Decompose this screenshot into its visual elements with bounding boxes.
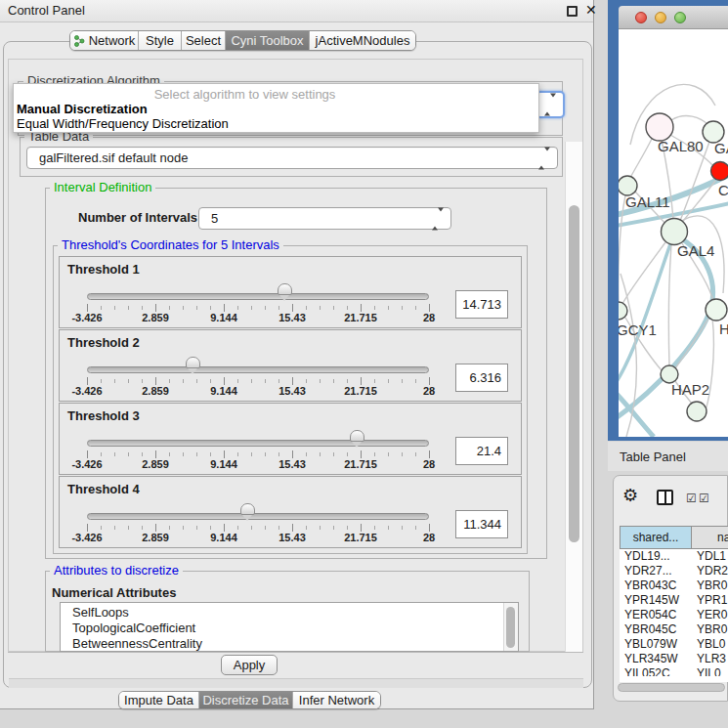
table-row[interactable]: YIL052CYIL0 bbox=[620, 666, 728, 676]
node-unlabeled[interactable] bbox=[687, 402, 707, 421]
slider-ticks bbox=[87, 450, 430, 458]
threshold-label: Threshold 2 bbox=[67, 335, 140, 350]
popup-option-manual-discretization[interactable]: Manual Discretization bbox=[17, 102, 148, 116]
node-label: GAL4 bbox=[677, 242, 714, 259]
network-window-titlebar[interactable] bbox=[619, 6, 728, 29]
network-graph: GAL80 GA C GAL11 GAL4 GCY1 H HAP2 bbox=[619, 29, 728, 437]
list-item[interactable]: BetweennessCentrality bbox=[61, 636, 518, 652]
content-scrollbar[interactable] bbox=[565, 142, 582, 652]
threshold-label: Threshold 3 bbox=[67, 408, 140, 423]
table-row[interactable]: YDR27...YDR2 bbox=[620, 564, 728, 578]
control-panel-titlebar[interactable]: Control Panel ✕ bbox=[0, 0, 593, 22]
list-item[interactable]: SelfLoops bbox=[61, 603, 518, 621]
network-canvas[interactable]: GAL80 GA C GAL11 GAL4 GCY1 H HAP2 bbox=[619, 29, 728, 437]
column-header-shared-name[interactable]: shared... bbox=[620, 526, 692, 549]
cell-name: YIL0 bbox=[697, 666, 721, 676]
threshold-value-field[interactable]: 6.316 bbox=[455, 364, 508, 392]
threshold-value-field[interactable]: 21.4 bbox=[455, 437, 508, 465]
slider-ticks bbox=[87, 377, 430, 385]
scrollbar-thumb[interactable] bbox=[618, 683, 725, 692]
tab-select[interactable]: Select bbox=[182, 31, 226, 50]
scrollbar-thumb[interactable] bbox=[506, 607, 515, 648]
threshold-1-row: Threshold 1 -3.426 2.859 9.144 15.43 21.… bbox=[59, 256, 522, 328]
tab-label: Network bbox=[89, 33, 136, 48]
threshold-3-row: Threshold 3 -3.426 2.859 9.144 15.43 21.… bbox=[59, 403, 522, 475]
node-gcy1[interactable] bbox=[619, 302, 627, 320]
table-row[interactable]: YBR043CYBR0 bbox=[620, 578, 728, 593]
node-gal80[interactable] bbox=[646, 113, 673, 141]
slider-track[interactable] bbox=[87, 440, 429, 447]
threshold-value-field[interactable]: 14.713 bbox=[455, 290, 508, 319]
tick-label: -3.426 bbox=[71, 458, 102, 470]
close-icon[interactable]: ✕ bbox=[585, 2, 597, 18]
number-of-intervals-combobox[interactable]: 5 bbox=[198, 207, 451, 230]
table-row[interactable]: YBL079WYBL0 bbox=[620, 637, 728, 652]
gear-icon[interactable]: ⚙ bbox=[622, 487, 638, 504]
tab-infer-network[interactable]: Infer Network bbox=[293, 692, 380, 708]
table-row[interactable]: YLR345WYLR3 bbox=[620, 652, 728, 666]
cell-name: YBL0 bbox=[697, 637, 725, 652]
combo-arrows-icon bbox=[432, 208, 444, 229]
node-h-partial[interactable] bbox=[706, 299, 727, 321]
popup-option-equal-width-frequency[interactable]: Equal Width/Frequency Discretization bbox=[17, 116, 229, 131]
scrollbar-thumb[interactable] bbox=[569, 205, 579, 542]
tick-label: -3.426 bbox=[71, 532, 102, 543]
cell-name: YDR2 bbox=[697, 564, 728, 578]
columns-icon[interactable] bbox=[657, 490, 673, 505]
apply-button[interactable]: Apply bbox=[221, 655, 278, 675]
list-item[interactable]: TopologicalCoefficient bbox=[61, 621, 518, 636]
tab-label: Infer Network bbox=[299, 693, 374, 707]
slider-track[interactable] bbox=[87, 293, 429, 300]
slider-thumb[interactable] bbox=[186, 357, 200, 368]
tab-style[interactable]: Style bbox=[139, 31, 182, 50]
tab-impute-data[interactable]: Impute Data bbox=[119, 692, 199, 708]
tick-label: 15.43 bbox=[278, 458, 306, 470]
tick-label: 2.859 bbox=[142, 458, 169, 470]
node-gal11[interactable] bbox=[619, 176, 637, 195]
tab-label: Style bbox=[146, 33, 174, 48]
slider-ticks bbox=[87, 304, 430, 312]
node-table[interactable]: YDL19...YDL1 YDR27...YDR2 YBR043CYBR0 YP… bbox=[620, 549, 728, 676]
slider-track[interactable] bbox=[87, 513, 429, 520]
table-data-combobox[interactable]: galFiltered.sif default node bbox=[26, 147, 558, 169]
group-title: Threshold's Coordinates for 5 Intervals bbox=[58, 238, 283, 252]
table-row[interactable]: YER054CYER0 bbox=[620, 608, 728, 622]
slider-thumb[interactable] bbox=[350, 430, 364, 442]
slider-thumb[interactable] bbox=[240, 503, 255, 515]
slider-track[interactable] bbox=[87, 366, 429, 373]
minimize-traffic-light-icon[interactable] bbox=[655, 12, 666, 23]
table-horizontal-scrollbar[interactable] bbox=[618, 682, 727, 693]
checkbox-icon[interactable]: ☑ bbox=[686, 492, 697, 505]
table-row[interactable]: YDL19...YDL1 bbox=[620, 549, 728, 564]
screen: Control Panel ✕ Network Style Select Cyn… bbox=[0, 0, 728, 728]
node-gal4[interactable] bbox=[662, 219, 688, 245]
tab-cyni-toolbox[interactable]: Cyni Toolbox bbox=[226, 31, 310, 50]
slider-thumb[interactable] bbox=[278, 283, 292, 295]
table-panel: ⚙ ☑ ☑ shared... na YDL19...YDL1 YDR27...… bbox=[613, 475, 728, 702]
zoom-traffic-light-icon[interactable] bbox=[674, 12, 686, 23]
column-header-name[interactable]: na bbox=[691, 526, 728, 549]
table-row[interactable]: YPR145WYPR1 bbox=[620, 593, 728, 608]
threshold-value-field[interactable]: 11.344 bbox=[455, 510, 508, 538]
tick-label: 2.859 bbox=[142, 532, 169, 543]
node-red-selected[interactable] bbox=[711, 162, 728, 181]
float-window-icon[interactable] bbox=[567, 6, 578, 17]
tab-discretize-data[interactable]: Discretize Data bbox=[199, 692, 293, 708]
cell-shared-name: YDL19... bbox=[624, 549, 670, 564]
cell-shared-name: YBL079W bbox=[624, 637, 677, 652]
checkbox-icon[interactable]: ☑ bbox=[699, 492, 709, 505]
cell-name: YDL1 bbox=[697, 549, 726, 564]
threshold-label: Threshold 4 bbox=[67, 482, 140, 496]
cyni-bottom-tabs: Impute Data Discretize Data Infer Networ… bbox=[118, 691, 381, 709]
close-traffic-light-icon[interactable] bbox=[635, 12, 647, 23]
combo-arrows-icon bbox=[544, 98, 556, 112]
group-title: Interval Definition bbox=[50, 181, 155, 194]
tab-jactivemnodules[interactable]: jActiveMNodules bbox=[310, 31, 415, 50]
numerical-attributes-list[interactable]: SelfLoops TopologicalCoefficient Between… bbox=[60, 602, 519, 652]
table-row[interactable]: YBR045CYBR0 bbox=[620, 622, 728, 637]
algorithm-combobox[interactable] bbox=[535, 91, 565, 118]
tab-network[interactable]: Network bbox=[70, 31, 139, 50]
tick-label: -3.426 bbox=[71, 312, 102, 323]
list-scrollbar[interactable] bbox=[503, 603, 518, 651]
threshold-label: Threshold 1 bbox=[67, 262, 140, 277]
